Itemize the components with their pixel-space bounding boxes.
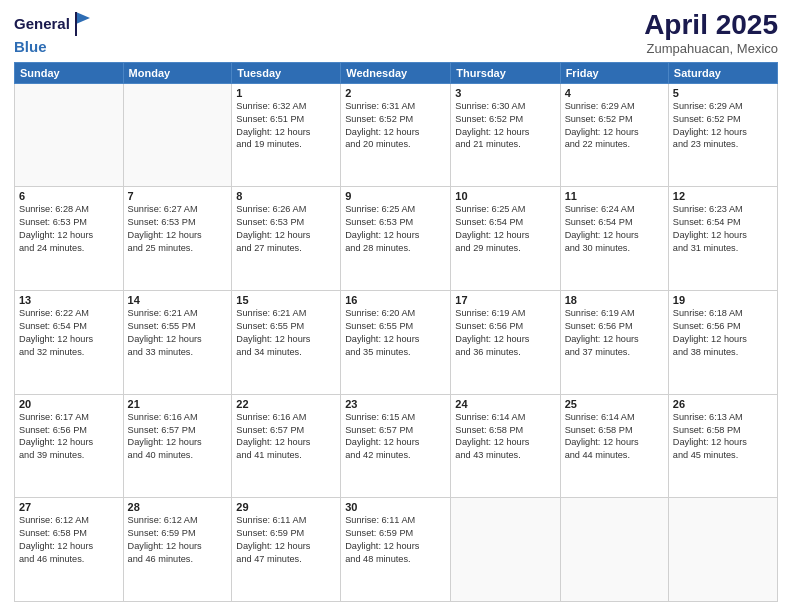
calendar-cell: 17Sunrise: 6:19 AMSunset: 6:56 PMDayligh… [451,291,560,395]
calendar-cell: 29Sunrise: 6:11 AMSunset: 6:59 PMDayligh… [232,498,341,602]
calendar-cell: 8Sunrise: 6:26 AMSunset: 6:53 PMDaylight… [232,187,341,291]
week-row-1: 6Sunrise: 6:28 AMSunset: 6:53 PMDaylight… [15,187,778,291]
calendar-cell: 19Sunrise: 6:18 AMSunset: 6:56 PMDayligh… [668,291,777,395]
calendar-cell: 10Sunrise: 6:25 AMSunset: 6:54 PMDayligh… [451,187,560,291]
day-info: Sunrise: 6:17 AMSunset: 6:56 PMDaylight:… [19,411,119,463]
calendar-cell: 24Sunrise: 6:14 AMSunset: 6:58 PMDayligh… [451,394,560,498]
day-info: Sunrise: 6:19 AMSunset: 6:56 PMDaylight:… [565,307,664,359]
day-number: 19 [673,294,773,306]
day-info: Sunrise: 6:14 AMSunset: 6:58 PMDaylight:… [455,411,555,463]
day-info: Sunrise: 6:26 AMSunset: 6:53 PMDaylight:… [236,203,336,255]
day-info: Sunrise: 6:12 AMSunset: 6:59 PMDaylight:… [128,514,228,566]
day-number: 27 [19,501,119,513]
day-number: 3 [455,87,555,99]
day-info: Sunrise: 6:29 AMSunset: 6:52 PMDaylight:… [565,100,664,152]
day-number: 16 [345,294,446,306]
day-info: Sunrise: 6:19 AMSunset: 6:56 PMDaylight:… [455,307,555,359]
day-info: Sunrise: 6:22 AMSunset: 6:54 PMDaylight:… [19,307,119,359]
day-info: Sunrise: 6:18 AMSunset: 6:56 PMDaylight:… [673,307,773,359]
day-info: Sunrise: 6:16 AMSunset: 6:57 PMDaylight:… [236,411,336,463]
day-info: Sunrise: 6:11 AMSunset: 6:59 PMDaylight:… [345,514,446,566]
day-number: 22 [236,398,336,410]
day-number: 12 [673,190,773,202]
day-header-saturday: Saturday [668,62,777,83]
page: General Blue April 2025 Zumpahuacan, Mex… [0,0,792,612]
calendar-cell: 22Sunrise: 6:16 AMSunset: 6:57 PMDayligh… [232,394,341,498]
calendar-body: 1Sunrise: 6:32 AMSunset: 6:51 PMDaylight… [15,83,778,601]
day-number: 26 [673,398,773,410]
day-number: 23 [345,398,446,410]
calendar-cell: 23Sunrise: 6:15 AMSunset: 6:57 PMDayligh… [341,394,451,498]
week-row-3: 20Sunrise: 6:17 AMSunset: 6:56 PMDayligh… [15,394,778,498]
day-info: Sunrise: 6:32 AMSunset: 6:51 PMDaylight:… [236,100,336,152]
title-area: April 2025 Zumpahuacan, Mexico [644,10,778,56]
day-info: Sunrise: 6:21 AMSunset: 6:55 PMDaylight:… [128,307,228,359]
calendar-cell: 13Sunrise: 6:22 AMSunset: 6:54 PMDayligh… [15,291,124,395]
calendar-cell: 6Sunrise: 6:28 AMSunset: 6:53 PMDaylight… [15,187,124,291]
day-info: Sunrise: 6:14 AMSunset: 6:58 PMDaylight:… [565,411,664,463]
calendar-cell: 5Sunrise: 6:29 AMSunset: 6:52 PMDaylight… [668,83,777,187]
day-number: 7 [128,190,228,202]
day-number: 20 [19,398,119,410]
day-number: 28 [128,501,228,513]
calendar-cell: 20Sunrise: 6:17 AMSunset: 6:56 PMDayligh… [15,394,124,498]
calendar-cell [15,83,124,187]
calendar-cell: 21Sunrise: 6:16 AMSunset: 6:57 PMDayligh… [123,394,232,498]
calendar-cell: 4Sunrise: 6:29 AMSunset: 6:52 PMDaylight… [560,83,668,187]
logo-general: General [14,16,70,33]
day-header-wednesday: Wednesday [341,62,451,83]
day-number: 1 [236,87,336,99]
day-number: 30 [345,501,446,513]
day-info: Sunrise: 6:12 AMSunset: 6:58 PMDaylight:… [19,514,119,566]
day-info: Sunrise: 6:11 AMSunset: 6:59 PMDaylight:… [236,514,336,566]
calendar-cell: 15Sunrise: 6:21 AMSunset: 6:55 PMDayligh… [232,291,341,395]
svg-rect-1 [75,12,77,36]
day-info: Sunrise: 6:28 AMSunset: 6:53 PMDaylight:… [19,203,119,255]
month-title: April 2025 [644,10,778,41]
calendar-cell: 11Sunrise: 6:24 AMSunset: 6:54 PMDayligh… [560,187,668,291]
logo-flag-icon [72,10,92,38]
day-header-thursday: Thursday [451,62,560,83]
day-info: Sunrise: 6:23 AMSunset: 6:54 PMDaylight:… [673,203,773,255]
day-number: 4 [565,87,664,99]
day-info: Sunrise: 6:16 AMSunset: 6:57 PMDaylight:… [128,411,228,463]
calendar-cell: 12Sunrise: 6:23 AMSunset: 6:54 PMDayligh… [668,187,777,291]
calendar-cell: 3Sunrise: 6:30 AMSunset: 6:52 PMDaylight… [451,83,560,187]
calendar-cell: 28Sunrise: 6:12 AMSunset: 6:59 PMDayligh… [123,498,232,602]
day-header-tuesday: Tuesday [232,62,341,83]
header: General Blue April 2025 Zumpahuacan, Mex… [14,10,778,56]
day-number: 2 [345,87,446,99]
day-info: Sunrise: 6:25 AMSunset: 6:54 PMDaylight:… [455,203,555,255]
calendar-cell: 30Sunrise: 6:11 AMSunset: 6:59 PMDayligh… [341,498,451,602]
calendar-cell: 7Sunrise: 6:27 AMSunset: 6:53 PMDaylight… [123,187,232,291]
calendar-cell [451,498,560,602]
calendar-cell: 1Sunrise: 6:32 AMSunset: 6:51 PMDaylight… [232,83,341,187]
day-number: 8 [236,190,336,202]
calendar-cell [668,498,777,602]
day-number: 18 [565,294,664,306]
calendar-header-row: SundayMondayTuesdayWednesdayThursdayFrid… [15,62,778,83]
day-number: 11 [565,190,664,202]
calendar-cell: 14Sunrise: 6:21 AMSunset: 6:55 PMDayligh… [123,291,232,395]
day-number: 5 [673,87,773,99]
day-number: 24 [455,398,555,410]
day-info: Sunrise: 6:21 AMSunset: 6:55 PMDaylight:… [236,307,336,359]
day-info: Sunrise: 6:29 AMSunset: 6:52 PMDaylight:… [673,100,773,152]
location-subtitle: Zumpahuacan, Mexico [644,41,778,56]
calendar-cell: 27Sunrise: 6:12 AMSunset: 6:58 PMDayligh… [15,498,124,602]
calendar-cell: 25Sunrise: 6:14 AMSunset: 6:58 PMDayligh… [560,394,668,498]
day-header-friday: Friday [560,62,668,83]
day-number: 21 [128,398,228,410]
day-number: 10 [455,190,555,202]
svg-marker-0 [76,12,90,24]
day-header-monday: Monday [123,62,232,83]
calendar-cell: 18Sunrise: 6:19 AMSunset: 6:56 PMDayligh… [560,291,668,395]
week-row-0: 1Sunrise: 6:32 AMSunset: 6:51 PMDaylight… [15,83,778,187]
week-row-2: 13Sunrise: 6:22 AMSunset: 6:54 PMDayligh… [15,291,778,395]
day-number: 15 [236,294,336,306]
day-info: Sunrise: 6:13 AMSunset: 6:58 PMDaylight:… [673,411,773,463]
calendar-cell: 16Sunrise: 6:20 AMSunset: 6:55 PMDayligh… [341,291,451,395]
day-number: 13 [19,294,119,306]
logo-blue: Blue [14,38,47,55]
day-number: 29 [236,501,336,513]
